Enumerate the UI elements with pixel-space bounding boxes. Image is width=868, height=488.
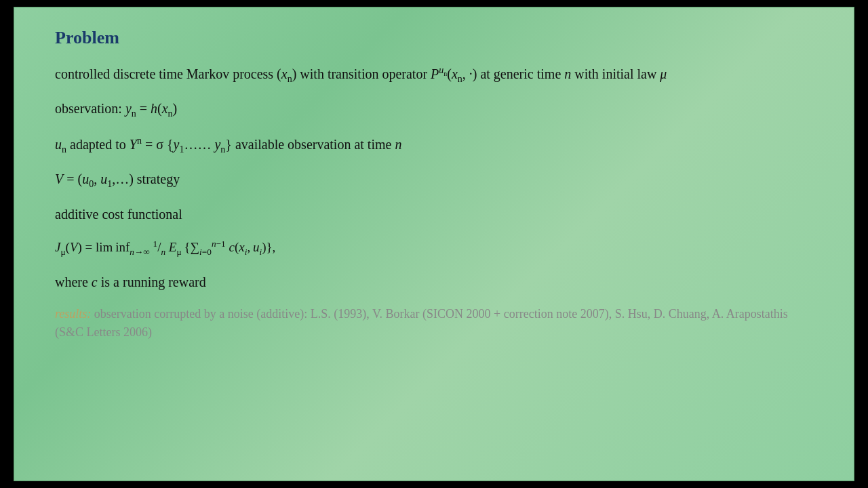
line-cost-label: additive cost functional bbox=[55, 204, 813, 225]
results-label: results: bbox=[55, 307, 91, 321]
line-adapted: un adapted to Yn = σ {y1…… yn} available… bbox=[55, 134, 813, 157]
slide-title: Problem bbox=[55, 28, 813, 48]
line-markov-process: controlled discrete time Markov process … bbox=[55, 63, 813, 86]
slide: Problem controlled discrete time Markov … bbox=[14, 7, 854, 481]
results-text-2: (S&C Letters 2006) bbox=[55, 325, 152, 339]
line-observation: observation: yn = h(xn) bbox=[55, 98, 813, 121]
results-text: observation corrupted by a noise (additi… bbox=[94, 307, 788, 321]
line-running-reward: where c is a running reward bbox=[55, 272, 813, 293]
results-block: results: observation corrupted by a nois… bbox=[55, 305, 813, 342]
line-strategy: V = (u0, u1,…) strategy bbox=[55, 169, 813, 192]
line-formula: Jμ(V) = lim infn→∞ 1/n Eμ {∑i=0n−1 c(xi,… bbox=[55, 237, 813, 260]
